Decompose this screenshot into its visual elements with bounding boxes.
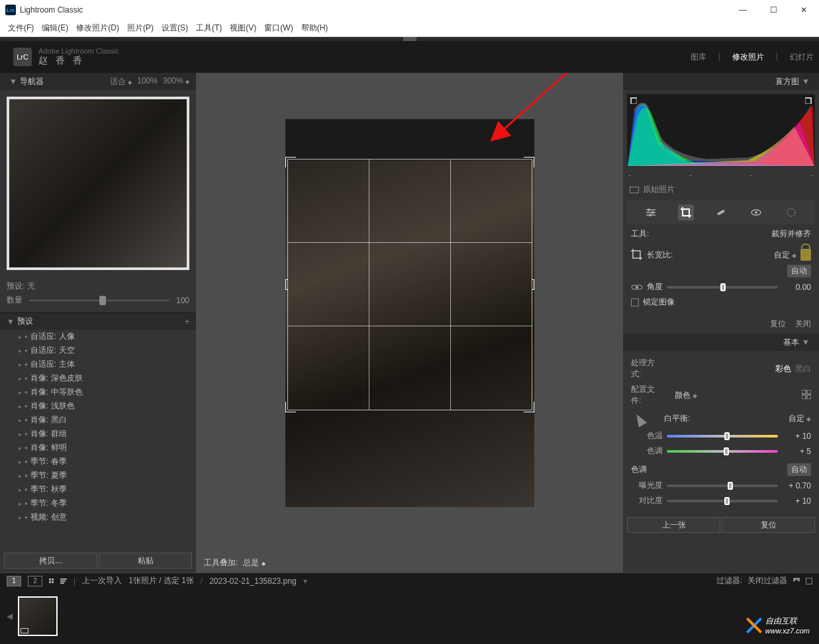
paste-button[interactable]: 粘贴	[99, 553, 192, 569]
preset-item[interactable]: ▸●季节: 秋季	[0, 483, 196, 496]
preset-item[interactable]: ▸●自适应: 人像	[0, 330, 196, 344]
filter-label-icon[interactable]	[806, 578, 812, 584]
last-import-label[interactable]: 上一次导入	[82, 575, 122, 586]
aspect-value[interactable]: 自定 ◆	[774, 250, 796, 261]
angle-value[interactable]: 0.00	[782, 283, 811, 292]
preset-item[interactable]: ▸●自适应: 主体	[0, 357, 196, 371]
preset-item[interactable]: ▸●季节: 夏季	[0, 469, 196, 483]
crop-handle-mr[interactable]	[532, 279, 534, 290]
menu-window[interactable]: 窗口(W)	[262, 21, 295, 35]
zoom-fit[interactable]: 适合 ◆	[110, 76, 132, 87]
shadow-clip-icon[interactable]	[630, 97, 637, 104]
wb-eyedropper-icon[interactable]	[628, 408, 650, 430]
module-slideshow[interactable]: 幻灯片	[790, 52, 814, 63]
crop-handle-ml[interactable]	[285, 279, 288, 290]
crop-overlay[interactable]	[287, 159, 532, 410]
profile-grid-icon[interactable]	[802, 390, 811, 401]
menu-view[interactable]: 视图(V)	[227, 21, 259, 35]
grid-view-icon[interactable]	[49, 578, 54, 583]
crop-handle-tr[interactable]	[524, 157, 534, 167]
menu-tools[interactable]: 工具(T)	[193, 21, 224, 35]
navigator-preview[interactable]	[0, 90, 196, 277]
lock-icon[interactable]	[800, 249, 811, 261]
contrast-label: 对比度	[631, 495, 663, 506]
menu-file[interactable]: 文件(F)	[5, 21, 36, 35]
menu-develop[interactable]: 修改照片(D)	[73, 21, 122, 35]
presets-header[interactable]: ▼ 预设 +	[0, 312, 196, 330]
prev-photo-button[interactable]: 上一张	[627, 517, 720, 533]
preset-item[interactable]: ▸●季节: 春季	[0, 455, 196, 469]
treatment-bw[interactable]: 黑白	[795, 363, 811, 375]
collapse-icon: ▼	[7, 317, 15, 326]
preset-item[interactable]: ▸●肖像: 黑白	[0, 413, 196, 427]
contrast-slider[interactable]	[667, 500, 778, 502]
preset-item[interactable]: ▸●肖像: 中等肤色	[0, 385, 196, 399]
preset-item[interactable]: ▸●视频: 创意	[0, 510, 196, 524]
menu-help[interactable]: 帮助(H)	[299, 21, 331, 35]
level-icon[interactable]	[631, 283, 643, 292]
add-preset-icon[interactable]: +	[185, 317, 189, 326]
crop-handle-tl[interactable]	[285, 157, 296, 167]
navigator-header[interactable]: ▼ 导航器 适合 ◆ 100% 300% ◆	[0, 73, 196, 90]
redeye-tool-icon[interactable]	[748, 205, 764, 220]
preset-item[interactable]: ▸●季节: 冬季	[0, 496, 196, 510]
preset-item[interactable]: ▸●肖像: 群组	[0, 427, 196, 441]
original-photo-toggle[interactable]: 原始照片	[623, 180, 819, 199]
temp-value[interactable]: + 10	[782, 432, 811, 441]
maximize-button[interactable]: ☐	[758, 0, 789, 20]
view-compare-button[interactable]: 2	[28, 576, 42, 586]
reset-crop-button[interactable]: 复位	[770, 318, 786, 330]
zoom-300[interactable]: 300% ◆	[163, 76, 189, 87]
menu-photo[interactable]: 照片(P)	[124, 21, 156, 35]
filter-flag-icon[interactable]	[793, 577, 800, 585]
sort-icon[interactable]	[60, 578, 67, 584]
crop-handle-bl[interactable]	[285, 402, 296, 412]
profile-value[interactable]: 颜色 ◆	[675, 390, 697, 401]
filter-value[interactable]: 关闭过滤器	[747, 575, 787, 586]
crop-tool-icon[interactable]	[678, 205, 694, 220]
exposure-value[interactable]: + 0.70	[782, 481, 811, 490]
tint-slider[interactable]	[667, 450, 778, 453]
minimize-button[interactable]: —	[728, 0, 758, 20]
module-develop[interactable]: 修改照片	[732, 52, 764, 63]
angle-auto-button[interactable]: 自动	[787, 265, 811, 277]
tool-overlay-value[interactable]: 总是 ◆	[243, 557, 265, 569]
crop-handle-br[interactable]	[524, 402, 534, 412]
amount-slider[interactable]	[29, 300, 169, 301]
tint-value[interactable]: + 5	[782, 447, 811, 456]
lock-image-checkbox[interactable]	[631, 299, 639, 306]
histogram-chart[interactable]	[627, 94, 815, 167]
preset-item[interactable]: ▸●肖像: 浅肤色	[0, 399, 196, 413]
module-library[interactable]: 图库	[691, 52, 706, 63]
menu-settings[interactable]: 设置(S)	[159, 21, 191, 35]
temp-slider[interactable]	[667, 435, 778, 437]
preset-item[interactable]: ▸●自适应: 天空	[0, 344, 196, 357]
module-tabs: 图库 | 修改照片 | 幻灯片	[691, 52, 814, 63]
adjust-tool-icon[interactable]	[643, 205, 659, 220]
photo-canvas[interactable]	[285, 119, 534, 507]
contrast-value[interactable]: + 10	[782, 496, 811, 506]
close-button[interactable]: ✕	[789, 0, 819, 20]
copy-button[interactable]: 拷贝...	[4, 553, 97, 569]
exposure-slider[interactable]	[667, 484, 778, 487]
reset-all-button[interactable]: 复位	[722, 517, 815, 533]
filmstrip-prev-icon[interactable]: ◀	[7, 612, 13, 621]
menu-edit[interactable]: 编辑(E)	[39, 21, 71, 35]
treatment-color[interactable]: 彩色	[775, 363, 791, 375]
tone-auto-button[interactable]: 自动	[787, 463, 811, 476]
heal-tool-icon[interactable]	[713, 205, 729, 220]
zoom-100[interactable]: 100%	[137, 76, 158, 87]
basic-header[interactable]: 基本 ▼	[623, 334, 819, 351]
photo-count: 1张照片 / 选定 1张	[128, 575, 194, 586]
close-crop-button[interactable]: 关闭	[795, 318, 811, 330]
highlight-clip-icon[interactable]	[805, 97, 812, 104]
thumbnail[interactable]	[18, 596, 58, 636]
wb-value[interactable]: 自定 ◆	[789, 413, 811, 424]
view-single-button[interactable]: 1	[7, 576, 21, 586]
preset-item[interactable]: ▸●肖像: 鲜明	[0, 441, 196, 455]
aspect-icon[interactable]	[631, 249, 643, 261]
histogram-header[interactable]: 直方图 ▼	[623, 73, 819, 90]
angle-slider[interactable]	[667, 286, 778, 289]
mask-tool-icon[interactable]	[783, 205, 799, 220]
preset-item[interactable]: ▸●肖像: 深色皮肤	[0, 371, 196, 385]
